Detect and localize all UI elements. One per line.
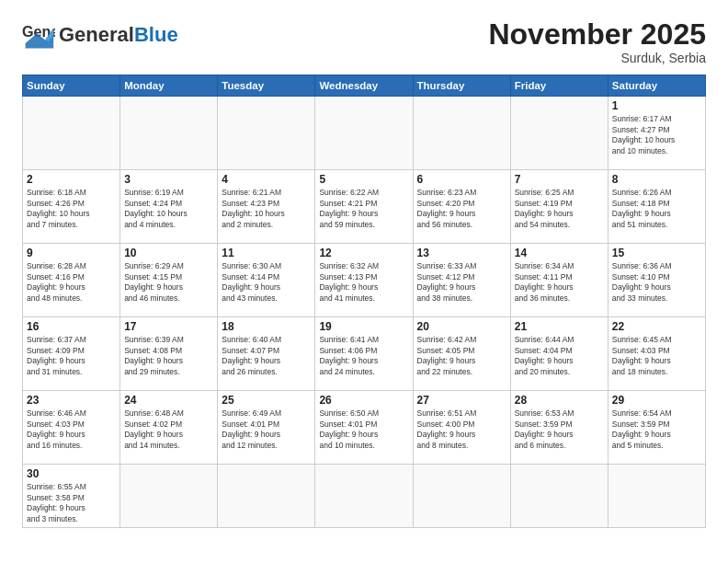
calendar-cell <box>608 465 705 528</box>
day-number: 14 <box>515 247 604 259</box>
calendar-cell <box>510 97 608 170</box>
day-info: Sunrise: 6:22 AM Sunset: 4:21 PM Dayligh… <box>319 188 408 230</box>
calendar-cell: 27Sunrise: 6:51 AM Sunset: 4:00 PM Dayli… <box>413 391 510 465</box>
day-number: 2 <box>27 173 116 186</box>
day-number: 15 <box>612 247 701 259</box>
calendar-cell: 5Sunrise: 6:22 AM Sunset: 4:21 PM Daylig… <box>315 170 413 244</box>
day-info: Sunrise: 6:42 AM Sunset: 4:05 PM Dayligh… <box>417 335 506 377</box>
day-info: Sunrise: 6:41 AM Sunset: 4:06 PM Dayligh… <box>319 335 408 377</box>
day-info: Sunrise: 6:25 AM Sunset: 4:19 PM Dayligh… <box>515 188 604 230</box>
day-info: Sunrise: 6:17 AM Sunset: 4:27 PM Dayligh… <box>612 114 701 156</box>
day-number: 3 <box>124 173 213 186</box>
day-info: Sunrise: 6:36 AM Sunset: 4:10 PM Dayligh… <box>612 261 701 304</box>
calendar-cell <box>218 97 315 170</box>
day-info: Sunrise: 6:45 AM Sunset: 4:03 PM Dayligh… <box>612 335 701 377</box>
day-info: Sunrise: 6:28 AM Sunset: 4:16 PM Dayligh… <box>27 261 116 304</box>
calendar-cell: 2Sunrise: 6:18 AM Sunset: 4:26 PM Daylig… <box>23 170 120 244</box>
day-number: 25 <box>222 394 311 407</box>
calendar-cell <box>120 97 218 170</box>
day-number: 29 <box>612 394 701 407</box>
day-info: Sunrise: 6:55 AM Sunset: 3:58 PM Dayligh… <box>27 482 116 524</box>
calendar-cell: 30Sunrise: 6:55 AM Sunset: 3:58 PM Dayli… <box>23 465 120 528</box>
calendar-week-row: 9Sunrise: 6:28 AM Sunset: 4:16 PM Daylig… <box>23 244 706 317</box>
day-number: 16 <box>27 320 116 333</box>
calendar-cell <box>413 97 510 170</box>
calendar-cell: 23Sunrise: 6:46 AM Sunset: 4:03 PM Dayli… <box>23 391 120 465</box>
day-number: 11 <box>222 247 311 259</box>
title-block: November 2025 Surduk, Serbia <box>488 18 706 65</box>
day-number: 4 <box>222 173 311 186</box>
weekday-header-monday: Monday <box>120 75 218 97</box>
calendar-cell: 8Sunrise: 6:26 AM Sunset: 4:18 PM Daylig… <box>608 170 705 244</box>
calendar-week-row: 23Sunrise: 6:46 AM Sunset: 4:03 PM Dayli… <box>23 391 706 465</box>
day-number: 19 <box>319 320 408 333</box>
calendar-cell <box>315 465 413 528</box>
calendar-cell: 11Sunrise: 6:30 AM Sunset: 4:14 PM Dayli… <box>218 244 315 317</box>
calendar-cell: 9Sunrise: 6:28 AM Sunset: 4:16 PM Daylig… <box>23 244 120 317</box>
calendar-cell: 22Sunrise: 6:45 AM Sunset: 4:03 PM Dayli… <box>608 317 705 391</box>
day-info: Sunrise: 6:54 AM Sunset: 3:59 PM Dayligh… <box>612 408 701 451</box>
calendar-cell: 7Sunrise: 6:25 AM Sunset: 4:19 PM Daylig… <box>510 170 608 244</box>
day-number: 20 <box>417 320 506 333</box>
calendar-cell: 25Sunrise: 6:49 AM Sunset: 4:01 PM Dayli… <box>218 391 315 465</box>
day-number: 24 <box>124 394 213 407</box>
logo: General GeneralBlue <box>22 18 178 52</box>
calendar-cell <box>23 97 120 170</box>
calendar-cell: 4Sunrise: 6:21 AM Sunset: 4:23 PM Daylig… <box>218 170 315 244</box>
calendar-cell <box>510 465 608 528</box>
weekday-header-saturday: Saturday <box>608 75 705 97</box>
calendar-cell: 29Sunrise: 6:54 AM Sunset: 3:59 PM Dayli… <box>608 391 705 465</box>
day-number: 30 <box>27 467 116 480</box>
day-number: 5 <box>319 173 408 186</box>
day-number: 8 <box>612 173 701 186</box>
calendar-cell: 24Sunrise: 6:48 AM Sunset: 4:02 PM Dayli… <box>120 391 218 465</box>
generalblue-logo-icon: General <box>22 18 55 52</box>
day-info: Sunrise: 6:19 AM Sunset: 4:24 PM Dayligh… <box>124 188 213 230</box>
calendar-cell: 28Sunrise: 6:53 AM Sunset: 3:59 PM Dayli… <box>510 391 608 465</box>
calendar-table: SundayMondayTuesdayWednesdayThursdayFrid… <box>22 75 706 528</box>
calendar-title: November 2025 <box>488 18 706 51</box>
calendar-cell: 17Sunrise: 6:39 AM Sunset: 4:08 PM Dayli… <box>120 317 218 391</box>
weekday-header-friday: Friday <box>510 75 608 97</box>
calendar-cell: 14Sunrise: 6:34 AM Sunset: 4:11 PM Dayli… <box>510 244 608 317</box>
calendar-cell: 19Sunrise: 6:41 AM Sunset: 4:06 PM Dayli… <box>315 317 413 391</box>
calendar-week-row: 1Sunrise: 6:17 AM Sunset: 4:27 PM Daylig… <box>23 97 706 170</box>
day-number: 13 <box>417 247 506 259</box>
day-info: Sunrise: 6:46 AM Sunset: 4:03 PM Dayligh… <box>27 408 116 451</box>
calendar-cell: 13Sunrise: 6:33 AM Sunset: 4:12 PM Dayli… <box>413 244 510 317</box>
day-number: 17 <box>124 320 213 333</box>
logo-text: GeneralBlue <box>59 25 178 45</box>
day-number: 28 <box>515 394 604 407</box>
day-number: 21 <box>515 320 604 333</box>
day-info: Sunrise: 6:32 AM Sunset: 4:13 PM Dayligh… <box>319 261 408 304</box>
calendar-cell <box>120 465 218 528</box>
weekday-header-row: SundayMondayTuesdayWednesdayThursdayFrid… <box>23 75 706 97</box>
day-number: 23 <box>27 394 116 407</box>
day-info: Sunrise: 6:23 AM Sunset: 4:20 PM Dayligh… <box>417 188 506 230</box>
day-info: Sunrise: 6:51 AM Sunset: 4:00 PM Dayligh… <box>417 408 506 451</box>
calendar-cell <box>218 465 315 528</box>
day-number: 6 <box>417 173 506 186</box>
day-info: Sunrise: 6:39 AM Sunset: 4:08 PM Dayligh… <box>124 335 213 377</box>
day-number: 9 <box>27 247 116 259</box>
calendar-cell: 12Sunrise: 6:32 AM Sunset: 4:13 PM Dayli… <box>315 244 413 317</box>
day-info: Sunrise: 6:29 AM Sunset: 4:15 PM Dayligh… <box>124 261 213 304</box>
calendar-cell: 10Sunrise: 6:29 AM Sunset: 4:15 PM Dayli… <box>120 244 218 317</box>
calendar-cell: 21Sunrise: 6:44 AM Sunset: 4:04 PM Dayli… <box>510 317 608 391</box>
day-info: Sunrise: 6:33 AM Sunset: 4:12 PM Dayligh… <box>417 261 506 304</box>
header: General GeneralBlue November 2025 Surduk… <box>22 18 706 65</box>
day-info: Sunrise: 6:44 AM Sunset: 4:04 PM Dayligh… <box>515 335 604 377</box>
day-number: 10 <box>124 247 213 259</box>
weekday-header-thursday: Thursday <box>413 75 510 97</box>
day-number: 1 <box>612 99 701 112</box>
calendar-week-row: 16Sunrise: 6:37 AM Sunset: 4:09 PM Dayli… <box>23 317 706 391</box>
calendar-cell: 20Sunrise: 6:42 AM Sunset: 4:05 PM Dayli… <box>413 317 510 391</box>
weekday-header-sunday: Sunday <box>23 75 120 97</box>
calendar-cell: 3Sunrise: 6:19 AM Sunset: 4:24 PM Daylig… <box>120 170 218 244</box>
day-info: Sunrise: 6:48 AM Sunset: 4:02 PM Dayligh… <box>124 408 213 451</box>
calendar-week-row: 30Sunrise: 6:55 AM Sunset: 3:58 PM Dayli… <box>23 465 706 528</box>
day-number: 12 <box>319 247 408 259</box>
day-info: Sunrise: 6:53 AM Sunset: 3:59 PM Dayligh… <box>515 408 604 451</box>
day-number: 22 <box>612 320 701 333</box>
calendar-cell: 15Sunrise: 6:36 AM Sunset: 4:10 PM Dayli… <box>608 244 705 317</box>
